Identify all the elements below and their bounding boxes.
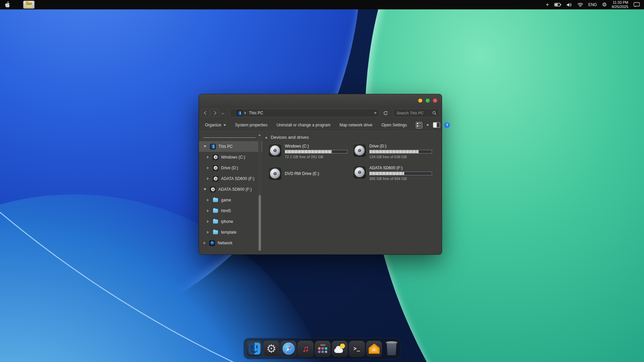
- folder-icon: [213, 208, 218, 214]
- view-layout-icon[interactable]: [416, 122, 422, 128]
- caret-collapsed-icon[interactable]: [207, 231, 209, 234]
- dock: ⚙ ♫ >_: [244, 338, 401, 359]
- organize-menu[interactable]: Organize: [205, 123, 226, 127]
- settings-gear-icon: ⚙: [266, 343, 276, 354]
- tree-item-label: Network: [218, 241, 232, 245]
- tree-item-network[interactable]: Network: [199, 238, 262, 248]
- drive-usage-bar: [285, 150, 347, 154]
- maximize-button[interactable]: [426, 99, 430, 103]
- dock-item-launchpad[interactable]: [315, 341, 331, 357]
- titlebar[interactable]: [199, 94, 442, 107]
- dock-item-weather[interactable]: [332, 341, 348, 357]
- caret-collapsed-icon[interactable]: [207, 156, 209, 159]
- breadcrumb[interactable]: This PC: [249, 111, 263, 115]
- back-button[interactable]: [201, 109, 210, 117]
- preview-pane-icon[interactable]: [433, 122, 440, 128]
- notification-bubble-icon[interactable]: [633, 2, 640, 7]
- drive-disc-icon: [268, 167, 282, 180]
- drive-disc-icon: [268, 144, 282, 157]
- section-title[interactable]: Devices and drives: [271, 135, 309, 140]
- tree-item-label: iphone: [221, 219, 233, 224]
- dock-item-terminal[interactable]: >_: [349, 341, 365, 357]
- chevron-down-icon: [221, 112, 224, 114]
- drive-icon: [210, 187, 216, 192]
- open-settings-button[interactable]: Open Settings: [381, 123, 407, 127]
- dock-item-music[interactable]: ♫: [298, 341, 314, 357]
- language-indicator[interactable]: ENG: [588, 2, 597, 7]
- tree-item-windows-c[interactable]: Windows (C:): [199, 152, 262, 163]
- view-dropdown-caret-icon[interactable]: [426, 124, 429, 126]
- chevron-left-icon: [204, 111, 208, 115]
- scroll-up-arrow-icon[interactable]: [258, 134, 261, 136]
- tree-item-template[interactable]: template: [199, 227, 262, 238]
- drive-item[interactable]: Windows (C:)72.1 GB free of 291 GB: [268, 144, 347, 166]
- breadcrumb-arrow-icon[interactable]: [245, 112, 246, 114]
- scrollbar-thumb[interactable]: [259, 195, 261, 251]
- sidebar-tree: This PCWindows (C:)Drive (D:)ADATA SD600…: [199, 141, 262, 248]
- tree-item-game[interactable]: game: [199, 195, 262, 205]
- menubar-explorer-app-button[interactable]: [23, 1, 35, 9]
- wifi-icon[interactable]: [577, 3, 583, 7]
- dock-item-safari[interactable]: [281, 341, 297, 357]
- navigation-bar: This PC: [199, 107, 442, 119]
- address-dropdown-icon[interactable]: [374, 112, 377, 114]
- folder-icon: [213, 197, 218, 203]
- dock-item-home[interactable]: [366, 341, 382, 357]
- drive-item[interactable]: ADATA SD600 (F:)395 GB free of 894 GB: [353, 166, 432, 187]
- file-explorer-icon: [26, 2, 32, 7]
- refresh-button[interactable]: [380, 109, 390, 117]
- command-toolbar: Organize System properties Uninstall or …: [199, 119, 442, 131]
- tree-item-label: Windows (C:): [221, 155, 245, 160]
- recent-locations-button[interactable]: [220, 112, 225, 114]
- sidebar-separator: [203, 137, 256, 138]
- menubar-clock[interactable]: 11:33 PM 8/25/2025: [612, 0, 628, 9]
- tree-item-adata-sd600-f[interactable]: ADATA SD600 (F:): [199, 184, 262, 195]
- uninstall-program-button[interactable]: Uninstall or change a program: [276, 123, 330, 127]
- apple-menu[interactable]: [5, 1, 10, 8]
- caret-collapsed-icon[interactable]: [207, 167, 209, 169]
- caret-collapsed-icon[interactable]: [207, 199, 209, 201]
- tree-item-label: ADATA SD600 (F:): [221, 176, 255, 181]
- dock-item-settings[interactable]: ⚙: [264, 341, 279, 357]
- dock-item-finder[interactable]: [247, 341, 262, 357]
- drive-item[interactable]: Drive (D:)134 GB free of 638 GB: [353, 144, 432, 166]
- tree-item-drive-d[interactable]: Drive (D:): [199, 163, 262, 173]
- help-button[interactable]: ?: [444, 122, 450, 128]
- tree-item-html5[interactable]: html5: [199, 205, 262, 216]
- tree-item-label: Drive (D:): [221, 166, 238, 170]
- minimize-button[interactable]: [418, 99, 422, 103]
- folder-icon: [213, 230, 218, 235]
- search-icon[interactable]: [432, 111, 437, 115]
- search-input[interactable]: [396, 111, 432, 115]
- tree-item-this-pc[interactable]: This PC: [199, 141, 262, 152]
- volume-icon[interactable]: [567, 3, 572, 7]
- dock-item-trash[interactable]: [386, 341, 398, 356]
- search-box[interactable]: [393, 109, 439, 117]
- system-properties-button[interactable]: System properties: [235, 123, 268, 127]
- launchpad-icon: [317, 343, 328, 354]
- apple-logo-icon: [5, 1, 10, 8]
- caret-collapsed-icon[interactable]: [207, 177, 209, 180]
- battery-icon[interactable]: [554, 3, 561, 7]
- tree-item-iphone[interactable]: iphone: [199, 216, 262, 227]
- map-network-drive-button[interactable]: Map network drive: [339, 123, 372, 127]
- plus-icon[interactable]: +: [546, 2, 549, 7]
- caret-expanded-icon[interactable]: [204, 145, 206, 147]
- drive-disc-icon: [353, 166, 366, 179]
- chevron-right-icon: [212, 111, 216, 115]
- caret-collapsed-icon[interactable]: [207, 220, 209, 223]
- close-button[interactable]: [433, 99, 437, 103]
- drive-item[interactable]: DVD RW Drive (E:): [268, 166, 347, 182]
- caret-collapsed-icon[interactable]: [207, 209, 209, 212]
- caret-expanded-icon[interactable]: [204, 188, 206, 190]
- forward-button[interactable]: [211, 109, 219, 117]
- gear-icon[interactable]: ⚙: [602, 2, 607, 7]
- drive-usage-bar: [369, 150, 432, 154]
- tree-item-adata-sd600-f[interactable]: ADATA SD600 (F:): [199, 173, 262, 184]
- sidebar-scrollbar[interactable]: [258, 137, 261, 248]
- section-collapse-icon[interactable]: [265, 136, 268, 138]
- address-bar[interactable]: This PC: [230, 109, 380, 117]
- caret-collapsed-icon[interactable]: [204, 242, 206, 244]
- drive-icon: [213, 165, 218, 171]
- launchpad-grid: [318, 347, 327, 353]
